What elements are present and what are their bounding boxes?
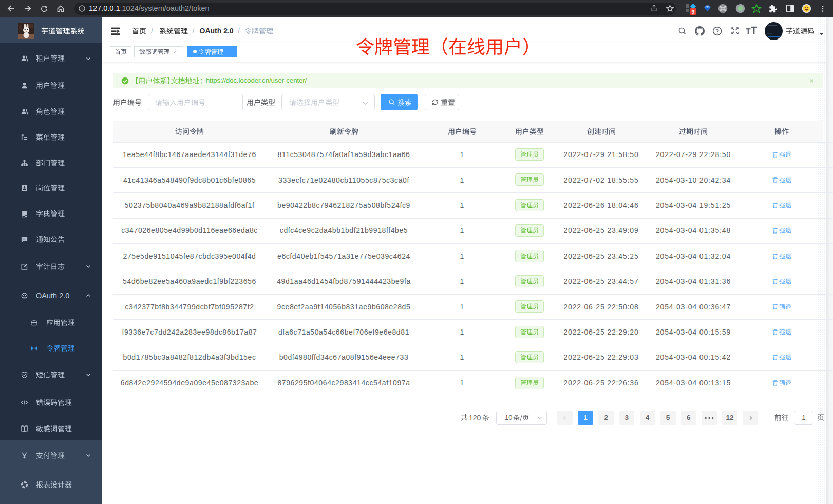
svg-text:9: 9 xyxy=(692,9,695,15)
